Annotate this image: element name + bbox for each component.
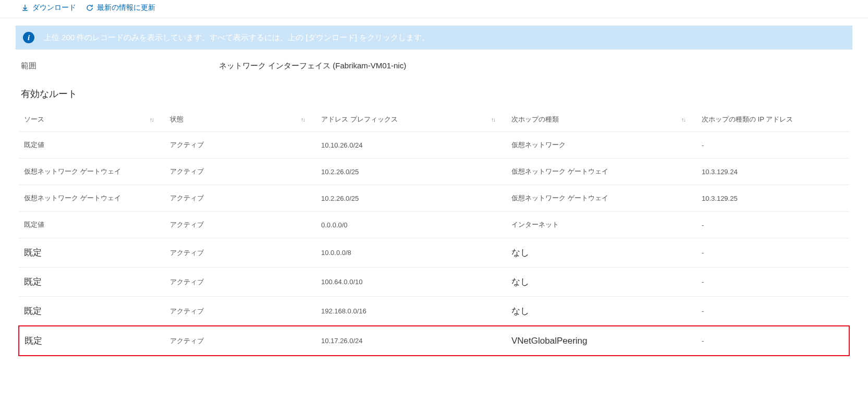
cell-source: 既定値	[19, 132, 165, 159]
cell-prefix: 100.64.0.0/10	[316, 268, 506, 297]
col-source[interactable]: ソース↑↓	[19, 107, 165, 132]
cell-next_hop_ip: 10.3.129.25	[696, 185, 849, 212]
refresh-icon	[85, 4, 94, 12]
cell-state: アクティブ	[165, 326, 316, 356]
refresh-button[interactable]: 最新の情報に更新	[85, 3, 155, 13]
cell-state: アクティブ	[165, 185, 316, 212]
sort-icon: ↑↓	[491, 116, 495, 123]
routes-table: ソース↑↓ 状態↑↓ アドレス プレフィックス↑↓ 次ホップの種類↑↓ 次ホップ…	[18, 107, 850, 356]
sort-icon: ↑↓	[150, 116, 153, 123]
download-button[interactable]: ダウンロード	[21, 3, 76, 13]
cell-next_hop_type: なし	[506, 297, 696, 326]
cell-next_hop_ip: -	[696, 326, 849, 356]
col-prefix[interactable]: アドレス プレフィックス↑↓	[316, 107, 506, 132]
table-row: 既定アクティブ100.64.0.0/10なし-	[19, 268, 849, 297]
cell-next_hop_type: なし	[506, 268, 696, 297]
cell-source: 既定値	[19, 212, 165, 238]
sort-icon: ↑↓	[301, 116, 304, 123]
col-next-hop-ip[interactable]: 次ホップの種類の IP アドレス	[696, 107, 849, 132]
info-icon: i	[23, 32, 34, 43]
cell-next_hop_ip: -	[696, 268, 849, 297]
scope-row: 範囲 ネットワーク インターフェイス (Fabrikam-VM01-nic)	[0, 50, 868, 73]
download-icon	[21, 4, 29, 12]
cell-prefix: 10.2.26.0/25	[316, 159, 506, 185]
section-title: 有効なルート	[0, 73, 868, 102]
cell-next_hop_type: 仮想ネットワーク	[506, 132, 696, 159]
cell-source: 仮想ネットワーク ゲートウェイ	[19, 185, 165, 212]
cell-next_hop_ip: -	[696, 238, 849, 268]
cell-next_hop_ip: 10.3.129.24	[696, 159, 849, 185]
col-state[interactable]: 状態↑↓	[165, 107, 316, 132]
table-row: 仮想ネットワーク ゲートウェイアクティブ10.2.26.0/25仮想ネットワーク…	[19, 185, 849, 212]
cell-source: 既定	[19, 268, 165, 297]
scope-value: ネットワーク インターフェイス (Fabrikam-VM01-nic)	[219, 61, 406, 71]
table-row: 既定値アクティブ10.10.26.0/24仮想ネットワーク-	[19, 132, 849, 159]
cell-next_hop_ip: -	[696, 297, 849, 326]
refresh-label: 最新の情報に更新	[97, 3, 155, 13]
cell-state: アクティブ	[165, 159, 316, 185]
cell-prefix: 10.0.0.0/8	[316, 238, 506, 268]
info-banner: i 上位 200 件のレコードのみを表示しています。すべて表示するには、上の […	[16, 26, 852, 50]
toolbar: ダウンロード 最新の情報に更新	[0, 0, 868, 18]
cell-next_hop_type: インターネット	[506, 212, 696, 238]
cell-state: アクティブ	[165, 238, 316, 268]
download-label: ダウンロード	[32, 3, 76, 13]
cell-next_hop_type: 仮想ネットワーク ゲートウェイ	[506, 159, 696, 185]
table-header-row: ソース↑↓ 状態↑↓ アドレス プレフィックス↑↓ 次ホップの種類↑↓ 次ホップ…	[19, 107, 849, 132]
cell-next_hop_ip: -	[696, 132, 849, 159]
cell-state: アクティブ	[165, 297, 316, 326]
cell-prefix: 10.17.26.0/24	[316, 326, 506, 356]
cell-prefix: 192.168.0.0/16	[316, 297, 506, 326]
cell-prefix: 10.10.26.0/24	[316, 132, 506, 159]
scope-label: 範囲	[21, 61, 219, 71]
table-row: 既定値アクティブ0.0.0.0/0インターネット-	[19, 212, 849, 238]
cell-state: アクティブ	[165, 212, 316, 238]
table-row: 既定アクティブ10.17.26.0/24VNetGlobalPeering-	[19, 326, 849, 356]
col-next-hop-type[interactable]: 次ホップの種類↑↓	[506, 107, 696, 132]
table-row: 既定アクティブ192.168.0.0/16なし-	[19, 297, 849, 326]
table-row: 仮想ネットワーク ゲートウェイアクティブ10.2.26.0/25仮想ネットワーク…	[19, 159, 849, 185]
cell-prefix: 0.0.0.0/0	[316, 212, 506, 238]
cell-state: アクティブ	[165, 132, 316, 159]
cell-source: 既定	[19, 297, 165, 326]
cell-source: 既定	[19, 326, 165, 356]
cell-next_hop_ip: -	[696, 212, 849, 238]
cell-state: アクティブ	[165, 268, 316, 297]
info-banner-text: 上位 200 件のレコードのみを表示しています。すべて表示するには、上の [ダウ…	[44, 33, 430, 43]
cell-source: 仮想ネットワーク ゲートウェイ	[19, 159, 165, 185]
cell-next_hop_type: 仮想ネットワーク ゲートウェイ	[506, 185, 696, 212]
sort-icon: ↑↓	[681, 116, 685, 123]
cell-prefix: 10.2.26.0/25	[316, 185, 506, 212]
cell-next_hop_type: なし	[506, 238, 696, 268]
table-row: 既定アクティブ10.0.0.0/8なし-	[19, 238, 849, 268]
cell-source: 既定	[19, 238, 165, 268]
cell-next_hop_type: VNetGlobalPeering	[506, 326, 696, 356]
